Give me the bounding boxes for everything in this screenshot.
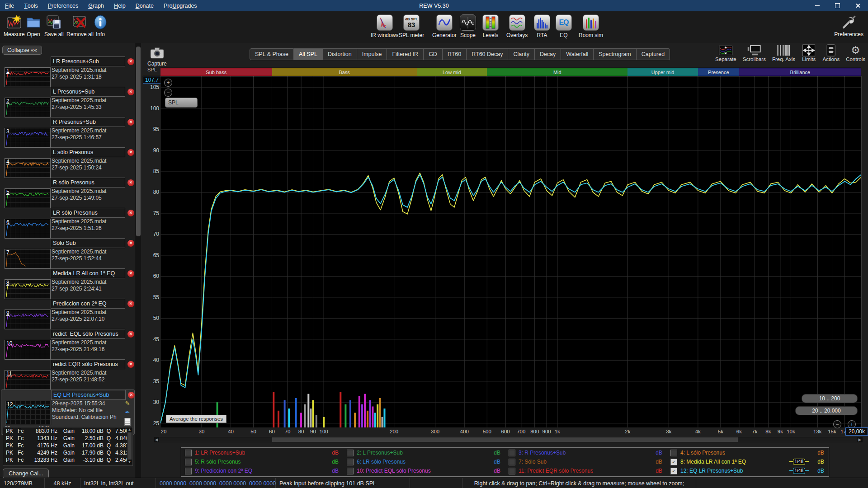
measurement-item-6[interactable]: ✕✎6Septiembre 2025.mdat27-sep-2025 1:51:… xyxy=(1,208,134,238)
menu-help[interactable]: Help xyxy=(109,0,131,11)
filter-row[interactable]: PKFc4176 HzGain17.00 dBQ4.387 xyxy=(3,442,132,449)
range-button-10-200[interactable]: 10 .. 200 xyxy=(802,394,858,403)
measurement-item-4[interactable]: ✕✎4Septiembre 2025.mdat27-sep-2025 1:50:… xyxy=(1,147,134,177)
menu-preferences[interactable]: Preferences xyxy=(43,0,83,11)
delete-measurement-button[interactable]: ✕ xyxy=(127,119,134,126)
legend-item-7[interactable]: 7: Sólo SubdB xyxy=(505,457,667,466)
hscroll-track[interactable] xyxy=(159,437,857,442)
legend-item-11[interactable]: 11: Predict EQR sólo PresonusdB xyxy=(505,466,667,475)
controls-button[interactable]: ⚙Controls xyxy=(846,44,865,62)
splmeter-button[interactable]: dB SPL83SPL meter xyxy=(399,14,424,38)
menu-donate[interactable]: Donate xyxy=(131,0,159,11)
measurement-thumbnail[interactable]: 9 xyxy=(5,310,51,329)
tab-all-spl[interactable]: All SPL xyxy=(294,48,323,60)
smoothing-badge[interactable]: 1/48 xyxy=(789,459,809,465)
measurement-item-8[interactable]: ✕✎8Septiembre 2025.mdat27-sep-2025 2:24:… xyxy=(1,268,134,298)
measurement-thumbnail[interactable]: 3 xyxy=(5,128,51,148)
plot-horizontal-scrollbar[interactable]: ◀ ▶ xyxy=(154,437,863,442)
measurement-name-input[interactable] xyxy=(51,56,125,66)
tab-spl-phase[interactable]: SPL & Phase xyxy=(250,48,294,60)
filter-row[interactable]: PKFc883.0 HzGain18.00 dBQ7.500 xyxy=(3,427,132,435)
notes-pen-icon[interactable]: ✒ xyxy=(125,409,130,416)
generator-button[interactable]: Generator xyxy=(432,14,457,38)
measurement-item-7[interactable]: ✕✎7Septiembre 2025.mdat27-sep-2025 1:52:… xyxy=(1,238,134,268)
legend-checkbox[interactable]: ✓ xyxy=(670,468,677,474)
preferences-button[interactable]: Preferences xyxy=(834,14,863,38)
delete-measurement-button[interactable]: ✕ xyxy=(127,240,134,247)
delete-measurement-button[interactable]: ✕ xyxy=(127,58,134,65)
legend-item-12[interactable]: ✓12: EQ LR Presonus+Sub1/48dB xyxy=(667,466,829,475)
legend-checkbox[interactable] xyxy=(347,450,354,456)
measurement-item-1[interactable]: ✕✎1Septiembre 2025.mdat27-sep-2025 1:31:… xyxy=(1,56,134,86)
legend-checkbox[interactable] xyxy=(347,468,354,474)
scroll-down-icon[interactable]: ▼ xyxy=(128,460,132,465)
menu-graph[interactable]: Graph xyxy=(83,0,109,11)
legend-checkbox[interactable] xyxy=(509,450,515,456)
tab-decay[interactable]: Decay xyxy=(535,48,561,60)
measurement-thumbnail[interactable]: 4 xyxy=(5,158,51,178)
y-axis-max-readout[interactable]: 107,7 xyxy=(143,76,161,84)
legend-item-6[interactable]: 6: LR sólo PresonusdB xyxy=(343,457,505,466)
maximize-button[interactable] xyxy=(827,0,848,11)
minimize-button[interactable] xyxy=(807,0,827,11)
freqaxis-button[interactable]: Freq. Axis xyxy=(772,44,795,62)
rta-button[interactable]: RTA xyxy=(534,14,550,38)
legend-checkbox[interactable] xyxy=(509,468,515,474)
average-responses-button[interactable]: Average the responses xyxy=(166,415,226,423)
open-button[interactable]: Open xyxy=(26,14,41,38)
measurement-thumbnail[interactable]: 7 xyxy=(5,249,51,269)
delete-measurement-button[interactable]: ✕ xyxy=(127,149,134,156)
tab-clarity[interactable]: Clarity xyxy=(508,48,534,60)
roomsim-button[interactable]: Room sim xyxy=(579,14,603,38)
legend-checkbox[interactable] xyxy=(509,459,515,465)
info-button[interactable]: Info xyxy=(93,14,108,38)
hscroll-thumb[interactable] xyxy=(272,437,738,442)
actions-button[interactable]: Actions xyxy=(822,44,840,62)
measurement-thumbnail[interactable]: 10 xyxy=(5,340,51,360)
change-cal-button[interactable]: Change Cal... xyxy=(3,469,49,479)
range-button-20-20000[interactable]: 20 .. 20.000 xyxy=(795,406,858,415)
smoothing-badge[interactable]: 1/48 xyxy=(789,468,809,474)
measurement-item-5[interactable]: ✕✎5Septiembre 2025.mdat27-sep-2025 1:49:… xyxy=(1,178,134,207)
tab-rt60-decay[interactable]: RT60 Decay xyxy=(467,48,508,60)
legend-checkbox[interactable]: ✓ xyxy=(670,459,677,465)
zoom-out-button[interactable]: − xyxy=(164,89,172,97)
measurement-thumbnail[interactable]: 5 xyxy=(5,188,51,208)
scroll-right-icon[interactable]: ▶ xyxy=(857,437,863,442)
measurement-name-input[interactable] xyxy=(51,208,125,218)
tab-rt60[interactable]: RT60 xyxy=(443,48,467,60)
measurement-thumbnail[interactable]: 1 xyxy=(5,67,51,87)
removeall-button[interactable]: Remove all xyxy=(66,14,94,38)
delete-measurement-button[interactable]: ✕ xyxy=(127,361,134,368)
filter-scrollbar[interactable]: ▲ ▼ xyxy=(127,427,132,465)
delete-measurement-button[interactable]: ✕ xyxy=(127,210,134,216)
tab-distortion[interactable]: Distortion xyxy=(323,48,357,60)
measure-button[interactable]: Measure xyxy=(4,14,25,38)
legend-checkbox[interactable] xyxy=(185,450,192,456)
x-axis-max-box[interactable]: 20,00k xyxy=(845,427,868,436)
filter-scroll-thumb[interactable] xyxy=(127,432,132,460)
tab-impulse[interactable]: Impulse xyxy=(357,48,387,60)
measurement-item-9[interactable]: ✕✎9Septiembre 2025.mdat27-sep-2025 22:07… xyxy=(1,299,134,328)
sidebar-scrollbar[interactable] xyxy=(135,43,142,478)
legend-item-10[interactable]: 10: Predict EQL sólo PresonusdB xyxy=(343,466,505,475)
menu-file[interactable]: File xyxy=(0,0,19,11)
tab-waterfall[interactable]: Waterfall xyxy=(561,48,594,60)
filter-row[interactable]: PKFc4249 HzGain-17.90 dBQ4.312 xyxy=(3,449,132,456)
legend-checkbox[interactable] xyxy=(347,459,354,465)
measurement-name-input[interactable] xyxy=(51,299,125,309)
limits-button[interactable]: Limits xyxy=(802,44,816,62)
sidebar-scroll-thumb[interactable] xyxy=(136,47,141,236)
legend-checkbox[interactable] xyxy=(670,450,677,456)
x-zoom-out-button[interactable]: − xyxy=(833,420,841,428)
measurement-name-input[interactable] xyxy=(51,178,125,188)
document-icon[interactable] xyxy=(124,418,131,426)
delete-measurement-button[interactable]: ✕ xyxy=(127,179,134,186)
tab-captured[interactable]: Captured xyxy=(637,48,670,60)
trace-type-dropdown[interactable]: SPL xyxy=(165,98,198,108)
measurement-name-input[interactable] xyxy=(51,117,125,127)
scrollbars-button[interactable]: Scrollbars xyxy=(743,44,766,62)
tab-filtered-ir[interactable]: Filtered IR xyxy=(387,48,424,60)
measurement-name-input[interactable] xyxy=(51,87,125,97)
edit-icon[interactable]: ✎ xyxy=(125,400,130,407)
